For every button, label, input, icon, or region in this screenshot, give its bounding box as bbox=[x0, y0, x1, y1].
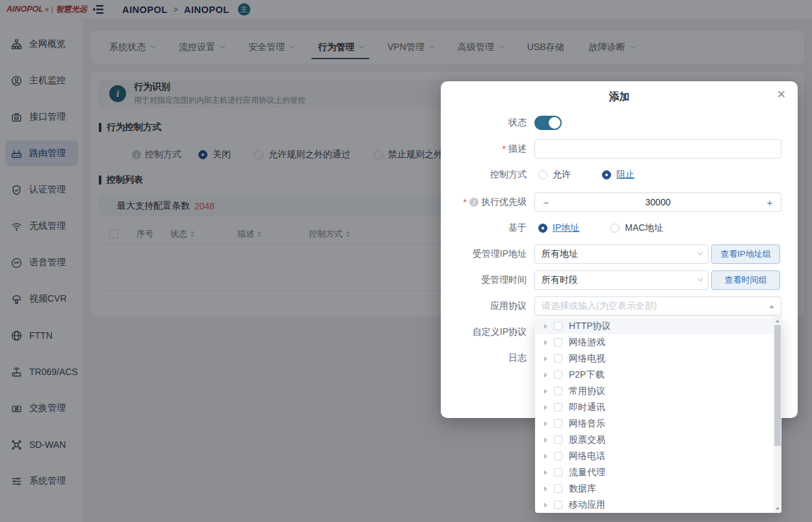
control-mode-label-wrap: 控制方式 bbox=[441, 169, 527, 181]
protocol-item-p2p[interactable]: P2P下载 bbox=[535, 367, 774, 383]
protocol-checkbox[interactable] bbox=[554, 452, 562, 460]
protocol-item-voip[interactable]: 网络电话 bbox=[535, 448, 774, 464]
custom-ip-protocol-label: 自定义IP协议 bbox=[473, 326, 527, 338]
scrollbar-thumb[interactable] bbox=[774, 325, 781, 446]
protocol-item-games[interactable]: 网络游戏 bbox=[535, 334, 774, 350]
protocol-label: 网络音乐 bbox=[569, 418, 605, 430]
status-row: 状态 bbox=[441, 115, 781, 131]
description-label-wrap: * 描述 bbox=[441, 143, 527, 155]
radio-icon bbox=[538, 170, 547, 179]
expand-caret-icon[interactable] bbox=[544, 389, 547, 394]
expand-caret-icon[interactable] bbox=[544, 486, 547, 491]
select-value: 所有时段 bbox=[542, 274, 578, 286]
expand-caret-icon[interactable] bbox=[544, 340, 547, 345]
status-toggle[interactable] bbox=[534, 116, 562, 130]
protocol-item-tv[interactable]: 网络电视 bbox=[535, 350, 774, 367]
protocol-checkbox[interactable] bbox=[554, 501, 562, 509]
caret-up-icon bbox=[769, 305, 774, 308]
view-time-group-button[interactable]: 查看时间组 bbox=[711, 270, 780, 290]
required-mark: * bbox=[464, 197, 467, 207]
protocol-item-music[interactable]: 网络音乐 bbox=[535, 415, 774, 432]
description-input[interactable] bbox=[534, 139, 781, 159]
expand-caret-icon[interactable] bbox=[544, 405, 547, 410]
custom-ip-protocol-label-wrap: 自定义IP协议 bbox=[441, 326, 527, 338]
radio-icon bbox=[538, 224, 547, 233]
protocol-item-proxy[interactable]: 流量代理 bbox=[535, 464, 774, 480]
radio-option-block[interactable]: 阻止 bbox=[602, 169, 635, 181]
protocol-label: HTTP协议 bbox=[569, 320, 611, 332]
protocol-checkbox[interactable] bbox=[554, 403, 562, 411]
protocol-item-im[interactable]: 即时通讯 bbox=[535, 399, 774, 415]
protocol-label: 数据库 bbox=[569, 483, 596, 495]
info-icon: i bbox=[469, 198, 478, 207]
protocol-item-mobile[interactable]: 移动应用 bbox=[535, 497, 774, 513]
scrollbar-up-arrow[interactable] bbox=[774, 317, 781, 325]
protocol-label: 移动应用 bbox=[569, 499, 605, 511]
log-label: 日志 bbox=[508, 352, 527, 364]
based-on-row: 基于 IP地址 MAC地址 bbox=[441, 220, 781, 236]
app-protocol-combobox[interactable]: 请选择或输入(为空表示全部) bbox=[534, 296, 781, 316]
protocol-checkbox[interactable] bbox=[554, 354, 562, 363]
protocol-label: 网络电视 bbox=[569, 353, 605, 365]
combobox-placeholder: 请选择或输入(为空表示全部) bbox=[542, 300, 657, 312]
radio-icon bbox=[610, 224, 620, 233]
expand-caret-icon[interactable] bbox=[544, 421, 547, 426]
status-label-wrap: 状态 bbox=[441, 117, 527, 129]
protocol-checkbox[interactable] bbox=[554, 387, 562, 395]
log-label-wrap: 日志 bbox=[441, 352, 527, 364]
dropdown-scrollbar[interactable] bbox=[774, 317, 781, 513]
protocol-item-http[interactable]: HTTP协议 bbox=[535, 318, 774, 334]
scrollbar-down-arrow[interactable] bbox=[774, 504, 781, 513]
stepper-increase-button[interactable]: + bbox=[759, 197, 781, 208]
priority-label: 执行优先级 bbox=[481, 196, 527, 208]
expand-caret-icon[interactable] bbox=[544, 454, 547, 459]
radio-option-allow[interactable]: 允许 bbox=[538, 169, 571, 181]
protocol-checkbox[interactable] bbox=[554, 484, 562, 493]
managed-ip-label: 受管理IP地址 bbox=[473, 248, 527, 260]
close-icon[interactable]: ✕ bbox=[777, 89, 786, 100]
expand-caret-icon[interactable] bbox=[544, 502, 547, 508]
expand-caret-icon[interactable] bbox=[544, 470, 547, 475]
based-on-label: 基于 bbox=[508, 222, 527, 234]
protocol-item-stocks[interactable]: 股票交易 bbox=[535, 432, 774, 448]
radio-label: 阻止 bbox=[616, 169, 635, 181]
protocol-label: 即时通讯 bbox=[569, 402, 605, 413]
managed-ip-label-wrap: 受管理IP地址 bbox=[441, 248, 527, 260]
protocol-label: 流量代理 bbox=[569, 467, 605, 478]
radio-option-ip-address[interactable]: IP地址 bbox=[538, 222, 579, 234]
app-protocol-row: 应用协议 请选择或输入(为空表示全部) bbox=[441, 296, 781, 317]
radio-label: MAC地址 bbox=[625, 222, 663, 234]
description-label: 描述 bbox=[508, 143, 527, 155]
protocol-checkbox[interactable] bbox=[554, 338, 562, 346]
view-ip-group-button[interactable]: 查看IP地址组 bbox=[711, 244, 780, 264]
expand-caret-icon[interactable] bbox=[544, 356, 547, 361]
priority-stepper: − 30000 + bbox=[534, 192, 781, 212]
radio-option-mac-address[interactable]: MAC地址 bbox=[610, 222, 663, 234]
protocol-tree-list: HTTP协议 网络游戏 网络电视 P2P下载 常用协议 即时通讯 bbox=[535, 318, 774, 513]
managed-time-select[interactable]: 所有时段 bbox=[534, 270, 709, 290]
expand-caret-icon[interactable] bbox=[544, 437, 547, 443]
priority-row: * i 执行优先级 − 30000 + bbox=[441, 192, 781, 213]
protocol-label: 网络电话 bbox=[569, 450, 605, 462]
expand-caret-icon[interactable] bbox=[544, 372, 547, 378]
protocol-checkbox[interactable] bbox=[554, 419, 562, 428]
protocol-checkbox[interactable] bbox=[554, 468, 562, 476]
protocol-item-database[interactable]: 数据库 bbox=[535, 480, 774, 497]
protocol-checkbox[interactable] bbox=[554, 322, 562, 330]
protocol-checkbox[interactable] bbox=[554, 436, 562, 444]
protocol-label: P2P下载 bbox=[569, 369, 604, 381]
toggle-knob bbox=[549, 117, 560, 129]
protocol-item-common[interactable]: 常用协议 bbox=[535, 383, 774, 399]
based-on-label-wrap: 基于 bbox=[441, 222, 527, 234]
chevron-down-icon bbox=[698, 250, 703, 255]
control-mode-row: 控制方式 允许 阻止 bbox=[441, 167, 781, 183]
stepper-decrease-button[interactable]: − bbox=[535, 197, 557, 208]
expand-caret-icon[interactable] bbox=[544, 324, 547, 329]
status-label: 状态 bbox=[508, 117, 527, 129]
priority-value[interactable]: 30000 bbox=[557, 197, 759, 207]
protocol-label: 常用协议 bbox=[569, 385, 605, 397]
managed-ip-select[interactable]: 所有地址 bbox=[534, 244, 709, 264]
protocol-checkbox[interactable] bbox=[554, 371, 562, 379]
description-row: * 描述 bbox=[441, 138, 781, 159]
protocol-label: 股票交易 bbox=[569, 434, 605, 446]
